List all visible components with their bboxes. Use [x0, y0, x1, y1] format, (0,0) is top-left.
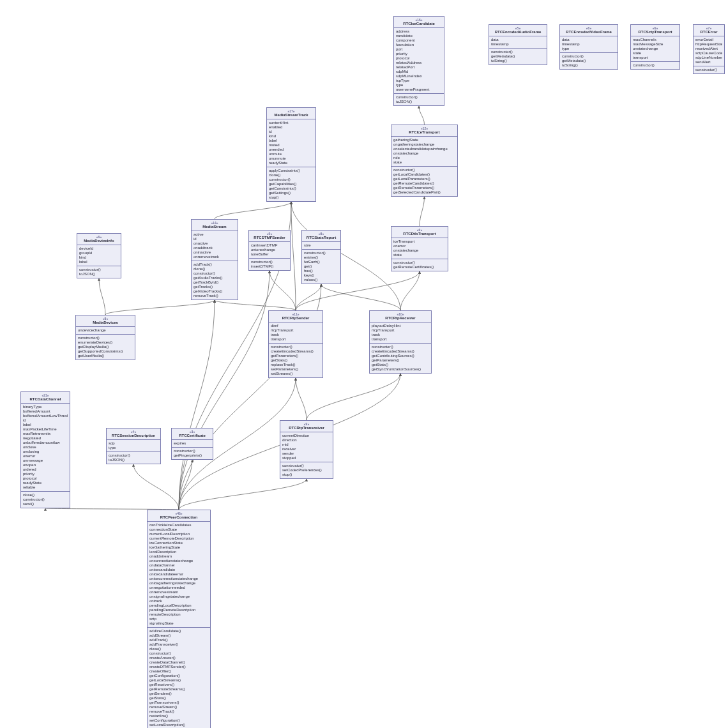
method: getTracks() [193, 285, 236, 289]
method: setStreams() [271, 372, 321, 376]
class-title: RTCDtlsTransport [403, 232, 436, 236]
property: gatheringState [393, 138, 455, 142]
property: active [193, 232, 236, 237]
class-RTCStatsReport: «8»RTCStatsReportsizeconstructor()entrie… [301, 230, 341, 284]
property: errorDetail [695, 38, 722, 42]
diagram-canvas: «16»RTCIceCandidateaddresscandidatecompo… [0, 0, 728, 728]
methods-section: addTrack()clone()constructor()getAudioTr… [192, 261, 238, 300]
method: getSynchronizationSources() [372, 367, 429, 372]
class-RTCEncodedAudioFrame: «5»RTCEncodedAudioFramedatatimestampcons… [489, 24, 547, 65]
property: currentDirection [282, 434, 331, 438]
class-title: RTCIceTransport [409, 130, 439, 134]
method: enumerateDevices() [78, 340, 133, 345]
property: foundation [396, 43, 442, 47]
method: close() [149, 647, 208, 651]
class-RTCDTMFSender: «5»RTCDTMFSendercanInsertDTMFontonechang… [248, 230, 291, 271]
method: toJSON() [396, 100, 442, 104]
edge [133, 464, 179, 510]
properties-section: canInsertDTMFontonechangetoneBuffer [249, 242, 290, 259]
methods-section: applyConstraints()clone()constructor()ge… [267, 167, 315, 201]
property: onremovestream [149, 590, 208, 595]
property: type [396, 83, 442, 87]
property: transport [372, 337, 429, 342]
property: bufferedAmount [23, 409, 68, 414]
edge [419, 106, 425, 125]
property: relatedPort [396, 65, 442, 70]
property: onstatechange [393, 248, 446, 253]
property: onremovetrack [193, 255, 236, 259]
method: constructor() [633, 63, 678, 68]
property: state [633, 51, 678, 56]
method: toString() [491, 59, 545, 63]
property: candidate [396, 34, 442, 38]
property: priority [396, 52, 442, 56]
property: transport [633, 56, 678, 60]
methods-section: constructor()getFingerprints() [172, 448, 213, 459]
property: currentLocalDescription [149, 532, 208, 536]
class-title: RTCSctpTransport [638, 30, 672, 34]
class-RTCSctpTransport: «6»RTCSctpTransportmaxChannelsmaxMessage… [630, 24, 680, 70]
method: constructor() [193, 271, 236, 276]
properties-section: expires [172, 440, 213, 448]
method: clone() [269, 173, 314, 178]
class-RTCCertificate: «3»RTCCertificateexpiresconstructor()get… [171, 428, 213, 460]
class-RTCError: «7»RTCErrorerrorDetailhttpRequestStatusC… [693, 24, 725, 74]
method: addStream() [149, 633, 208, 638]
method: applyConstraints() [269, 169, 314, 173]
method: getSenders() [149, 692, 208, 696]
property: muted [269, 143, 314, 148]
class-header: «5»RTCDTMFSender [249, 231, 290, 242]
property: onerror [23, 454, 68, 459]
edge [321, 284, 400, 310]
properties-section: dtmfrtcpTransporttracktransport [269, 322, 322, 344]
properties-section: size [302, 242, 340, 250]
property: relatedAddress [396, 61, 442, 65]
edge [99, 278, 105, 315]
method: getConfiguration() [149, 674, 208, 678]
property: state [393, 160, 455, 165]
property: role [393, 156, 455, 160]
method: restartIce() [149, 714, 208, 718]
class-title: RTCEncodedVideoFrame [566, 30, 612, 34]
class-title: RTCCertificate [179, 434, 206, 437]
edge [269, 271, 296, 310]
class-RTCDtlsTransport: «6»RTCDtlsTransporticeTransportonerroron… [391, 226, 448, 271]
class-header: «21»RTCDataChannel [21, 392, 70, 404]
method: constructor() [251, 260, 288, 264]
class-header: «14»MediaStream [192, 220, 238, 231]
property: timestamp [491, 42, 545, 47]
methods-section: constructor()getMetadata()toString() [489, 49, 547, 64]
method: getLocalCandidates() [393, 172, 455, 177]
property: rtcpTransport [372, 328, 429, 333]
method: getConstraints() [269, 186, 314, 191]
method: getMetadata() [562, 59, 616, 63]
class-title: RTCStatsReport [307, 236, 336, 239]
class-title: RTCRtpSender [282, 316, 310, 320]
methods-section: constructor()getMetadata()toString() [560, 53, 618, 69]
property: port [396, 47, 442, 52]
property: ontrack [149, 599, 208, 603]
edge [179, 460, 192, 510]
method: setParameters() [271, 367, 321, 372]
method: getDisplayMedia() [78, 345, 133, 349]
property: oninactive [193, 250, 236, 255]
properties-section: maxChannelsmaxMessageSizeonstatechangest… [631, 36, 679, 62]
properties-section: errorDetailhttpRequestStatusCodereceived… [694, 36, 724, 66]
property: track [271, 333, 321, 337]
method: getTrackById() [193, 280, 236, 285]
edge [179, 479, 307, 510]
property: id [23, 418, 68, 423]
property: usernameFragment [396, 87, 442, 92]
methods-section: constructor()toJSON() [107, 452, 160, 464]
property: onicegatheringstatechange [149, 581, 208, 586]
edge [307, 374, 400, 420]
method: setConfiguration() [149, 718, 208, 723]
edge [105, 300, 215, 315]
method: constructor() [396, 95, 442, 100]
class-MediaStream: «14»MediaStreamactiveidonactiveonaddtrac… [191, 219, 238, 300]
class-header: «4»RTCSessionDescription [107, 428, 160, 440]
class-title: RTCRtpReceiver [385, 316, 415, 320]
method: addTransceiver() [149, 642, 208, 647]
property: kind [79, 255, 119, 260]
methods-section: close()constructor()send() [21, 492, 70, 508]
